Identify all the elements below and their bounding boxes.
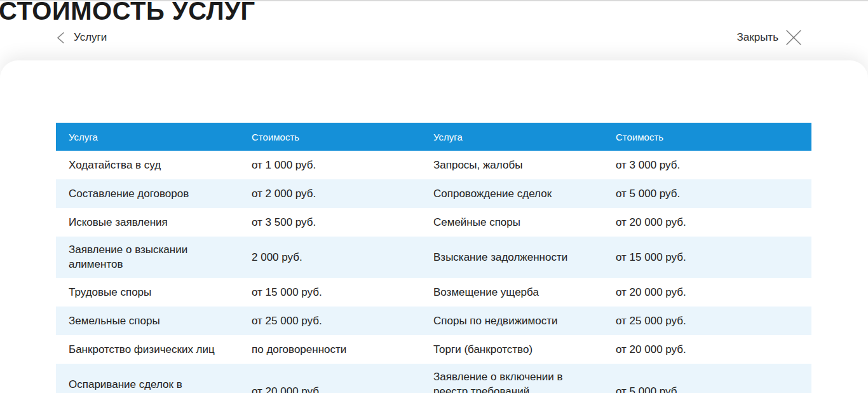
price-cell: от 20 000 руб.	[603, 335, 811, 364]
page-title: СТОИМОСТЬ УСЛУГ	[0, 0, 255, 25]
service-cell: Ходатайства в суд	[56, 151, 239, 179]
service-cell: Банкротство физических лиц	[56, 335, 239, 364]
service-cell: Сопровождение сделок	[421, 179, 603, 208]
service-cell: Земельные споры	[56, 307, 239, 335]
table-body: Ходатайства в судот 1 000 руб.Запросы, ж…	[56, 151, 811, 393]
column-header: Услуга	[421, 123, 603, 151]
price-cell: от 1 000 руб.	[239, 151, 421, 179]
chevron-left-icon	[56, 32, 65, 44]
table-row: Исковые заявленияот 3 500 руб.Семейные с…	[56, 208, 811, 237]
service-cell: Взыскание задолженности	[421, 237, 603, 278]
back-label: Услуги	[74, 31, 107, 44]
service-cell: Семейные споры	[421, 208, 603, 237]
service-cell: Составление договоров	[56, 179, 239, 208]
price-table: УслугаСтоимостьУслугаСтоимость Ходатайст…	[56, 123, 811, 393]
table-row: Трудовые спорыот 15 000 руб.Возмещение у…	[56, 278, 811, 307]
close-icon	[785, 29, 802, 46]
price-cell: от 25 000 руб.	[239, 307, 421, 335]
close-button[interactable]: Закрыть	[737, 29, 802, 46]
price-cell: от 20 000 руб.	[239, 364, 421, 393]
table-row: Заявление о взыскании алиментов2 000 руб…	[56, 237, 811, 278]
table-row: Земельные спорыот 25 000 руб.Споры по не…	[56, 307, 811, 335]
column-header: Услуга	[56, 123, 239, 151]
price-cell: от 3 500 руб.	[239, 208, 421, 237]
table-row: Составление договоровот 2 000 руб.Сопров…	[56, 179, 811, 208]
price-cell: от 2 000 руб.	[239, 179, 421, 208]
price-cell: от 5 000 руб.	[603, 364, 811, 393]
price-cell: 2 000 руб.	[239, 237, 421, 278]
service-cell: Заявление о взыскании алиментов	[56, 237, 239, 278]
table-row: Оспаривание сделок в процедуре банкротст…	[56, 364, 811, 393]
service-cell: Заявление о включении в реестр требовани…	[421, 364, 603, 393]
service-cell: Споры по недвижимости	[421, 307, 603, 335]
service-cell: Трудовые споры	[56, 278, 239, 307]
price-cell: от 15 000 руб.	[239, 278, 421, 307]
service-cell: Оспаривание сделок в процедуре банкротст…	[56, 364, 239, 393]
price-cell: от 20 000 руб.	[603, 278, 811, 307]
price-cell: от 3 000 руб.	[603, 151, 811, 179]
price-cell: от 15 000 руб.	[603, 237, 811, 278]
price-cell: от 5 000 руб.	[603, 179, 811, 208]
table-row: Банкротство физических лицпо договоренно…	[56, 335, 811, 364]
back-button[interactable]: Услуги	[56, 31, 107, 44]
service-cell: Торги (банкротство)	[421, 335, 603, 364]
price-cell: от 25 000 руб.	[603, 307, 811, 335]
price-cell: по договоренности	[239, 335, 421, 364]
service-cell: Возмещение ущерба	[421, 278, 603, 307]
column-header: Стоимость	[603, 123, 811, 151]
service-cell: Запросы, жалобы	[421, 151, 603, 179]
close-label: Закрыть	[737, 31, 778, 44]
price-cell: от 20 000 руб.	[603, 208, 811, 237]
column-header: Стоимость	[239, 123, 421, 151]
table-header-row: УслугаСтоимостьУслугаСтоимость	[56, 123, 811, 151]
content-card: УслугаСтоимостьУслугаСтоимость Ходатайст…	[0, 60, 868, 393]
service-cell: Исковые заявления	[56, 208, 239, 237]
table-row: Ходатайства в судот 1 000 руб.Запросы, ж…	[56, 151, 811, 179]
nav-bar: Услуги Закрыть	[56, 29, 802, 46]
